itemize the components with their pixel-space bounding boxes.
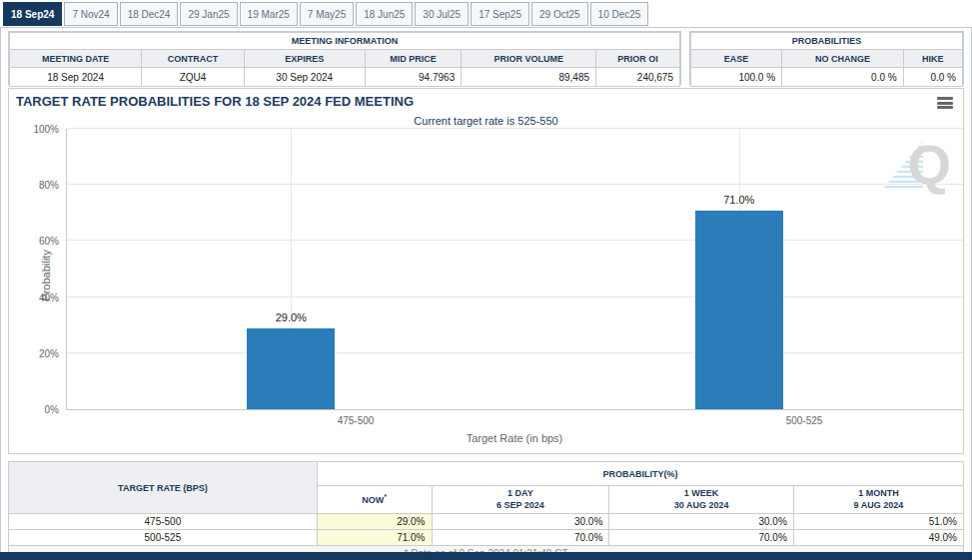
mid-price-value: 94.7963 bbox=[365, 68, 462, 87]
meeting-date-tabs: 18 Sep24 7 Nov24 18 Dec24 29 Jan25 19 Ma… bbox=[3, 2, 648, 26]
hamburger-bar bbox=[937, 97, 953, 100]
y-tick: 20% bbox=[39, 347, 59, 358]
asterisk: * bbox=[384, 492, 387, 501]
prior-oi-value: 240,675 bbox=[596, 68, 680, 87]
col-meeting-date: MEETING DATE bbox=[10, 50, 142, 68]
x-category-label: 500-525 bbox=[704, 415, 904, 426]
col-expires: EXPIRES bbox=[244, 50, 365, 68]
bar-500-525[interactable] bbox=[695, 211, 783, 410]
col-1-day: 1 DAY6 SEP 2024 bbox=[432, 486, 609, 514]
col-1-month: 1 MONTH9 AUG 2024 bbox=[793, 486, 963, 514]
now-probability: 71.0% bbox=[317, 530, 432, 546]
tab-meeting-5[interactable]: 7 May25 bbox=[300, 2, 354, 26]
quikstrike-watermark: Q bbox=[881, 137, 951, 195]
day-probability: 70.0% bbox=[432, 530, 609, 546]
probabilities-title: PROBABILITIES bbox=[691, 33, 963, 50]
tab-meeting-2[interactable]: 18 Dec24 bbox=[120, 2, 179, 26]
y-tick: 100% bbox=[33, 124, 59, 135]
chart-subtitle: Current target rate is 525-550 bbox=[9, 115, 963, 127]
meeting-information-panel: MEETING INFORMATION MEETING DATE CONTRAC… bbox=[8, 31, 681, 85]
no-change-value: 0.0 % bbox=[782, 68, 904, 87]
col-now: NOW* bbox=[317, 486, 432, 514]
tab-meeting-7[interactable]: 30 Jul25 bbox=[415, 2, 469, 26]
probability-group-header: PROBABILITY(%) bbox=[317, 462, 963, 486]
meeting-info-title: MEETING INFORMATION bbox=[10, 33, 680, 50]
col-ease: EASE bbox=[691, 50, 782, 68]
chart-plot-area: 0% 20% 40% 60% 80% 100% Probability 29.0… bbox=[66, 129, 963, 410]
bar-value-label: 71.0% bbox=[723, 194, 754, 206]
probability-history-table: TARGET RATE (BPS) PROBABILITY(%) NOW* 1 … bbox=[8, 461, 964, 560]
col-no-change: NO CHANGE bbox=[782, 50, 904, 68]
month-probability: 49.0% bbox=[793, 530, 963, 546]
probabilities-panel: PROBABILITIES EASE NO CHANGE HIKE 100.0 … bbox=[689, 31, 964, 85]
col-prior-oi: PRIOR OI bbox=[596, 50, 680, 68]
y-tick: 60% bbox=[39, 236, 59, 247]
contract-value: ZQU4 bbox=[142, 68, 245, 87]
week-probability: 30.0% bbox=[609, 514, 794, 530]
tab-meeting-8[interactable]: 17 Sep25 bbox=[471, 2, 529, 26]
bar-group-475-500: 29.0% bbox=[67, 129, 515, 409]
hamburger-icon[interactable] bbox=[937, 96, 953, 110]
col-mid-price: MID PRICE bbox=[365, 50, 462, 68]
col-contract: CONTRACT bbox=[142, 50, 245, 68]
y-tick: 80% bbox=[39, 180, 59, 191]
fedwatch-tool: 18 Sep24 7 Nov24 18 Dec24 29 Jan25 19 Ma… bbox=[0, 0, 972, 560]
probabilities-row: 100.0 % 0.0 % 0.0 % bbox=[691, 68, 963, 87]
prior-volume-value: 89,485 bbox=[462, 68, 596, 87]
rate-range: 500-525 bbox=[9, 530, 318, 546]
day-probability: 30.0% bbox=[432, 514, 609, 530]
tab-meeting-1[interactable]: 7 Nov24 bbox=[64, 2, 117, 26]
chart-title: TARGET RATE PROBABILITIES FOR 18 SEP 202… bbox=[16, 94, 414, 109]
ease-value: 100.0 % bbox=[691, 68, 782, 87]
bar-475-500[interactable] bbox=[247, 328, 335, 409]
tab-meeting-4[interactable]: 19 Mar25 bbox=[240, 2, 298, 26]
table-row: 500-525 71.0% 70.0% 70.0% 49.0% bbox=[9, 530, 964, 546]
now-probability: 29.0% bbox=[317, 514, 432, 530]
probability-chart-panel: TARGET RATE PROBABILITIES FOR 18 SEP 202… bbox=[8, 88, 964, 454]
col-hike: HIKE bbox=[903, 50, 962, 68]
bottom-navy-bar bbox=[0, 552, 972, 560]
meeting-info-row: 18 Sep 2024 ZQU4 30 Sep 2024 94.7963 89,… bbox=[10, 68, 680, 87]
col-prior-volume: PRIOR VOLUME bbox=[462, 50, 596, 68]
y-tick: 0% bbox=[45, 404, 59, 415]
x-category-label: 475-500 bbox=[256, 415, 456, 426]
expires-value: 30 Sep 2024 bbox=[244, 68, 365, 87]
tab-meeting-3[interactable]: 29 Jan25 bbox=[180, 2, 237, 26]
hamburger-bar bbox=[937, 106, 953, 109]
week-probability: 70.0% bbox=[609, 530, 794, 546]
rate-range: 475-500 bbox=[9, 514, 318, 530]
y-axis-title: Probability bbox=[40, 250, 52, 300]
col-1-week: 1 WEEK30 AUG 2024 bbox=[609, 486, 794, 514]
tab-meeting-10[interactable]: 10 Dec25 bbox=[590, 2, 649, 26]
hamburger-bar bbox=[937, 102, 953, 105]
x-axis-title: Target Rate (in bps) bbox=[66, 432, 963, 444]
tab-meeting-9[interactable]: 29 Oct25 bbox=[531, 2, 588, 26]
tab-meeting-6[interactable]: 18 Jun25 bbox=[356, 2, 413, 26]
target-rate-header: TARGET RATE (BPS) bbox=[9, 462, 318, 514]
month-probability: 51.0% bbox=[793, 514, 963, 530]
bar-value-label: 29.0% bbox=[276, 311, 307, 323]
tab-meeting-0[interactable]: 18 Sep24 bbox=[3, 2, 62, 26]
table-row: 475-500 29.0% 30.0% 30.0% 51.0% bbox=[9, 514, 964, 530]
watermark-q-logo: Q bbox=[907, 137, 951, 193]
meeting-date-value: 18 Sep 2024 bbox=[10, 68, 142, 87]
hike-value: 0.0 % bbox=[903, 68, 962, 87]
